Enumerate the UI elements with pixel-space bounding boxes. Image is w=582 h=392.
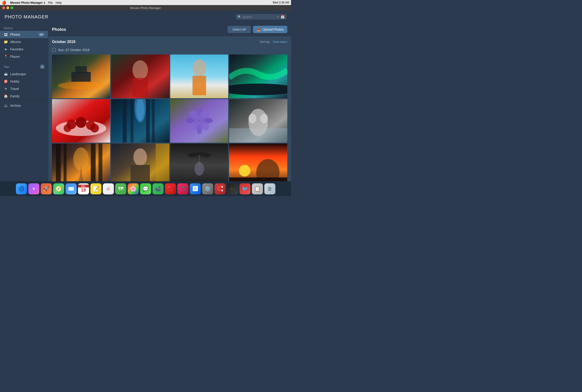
dock-terminal[interactable]: >_ bbox=[227, 183, 238, 194]
albums-label: Albums bbox=[10, 40, 21, 44]
photo-cell-12[interactable] bbox=[229, 144, 287, 181]
dock-calendar[interactable]: DEC 19 bbox=[78, 183, 89, 194]
app-container: PHOTO MANAGER 🔍 ✕ 📅 Gallery 🖼 Photos 80 … bbox=[0, 10, 291, 196]
favorites-label: Favorites bbox=[10, 48, 24, 51]
photo-cell-8[interactable] bbox=[229, 99, 287, 143]
apple-menu[interactable]: 🍎 bbox=[2, 0, 6, 5]
svg-rect-10 bbox=[192, 76, 206, 95]
svg-rect-25 bbox=[152, 99, 155, 143]
upload-photos-button[interactable]: 📤 Upload Photos bbox=[253, 26, 287, 33]
dock-finder[interactable]: 🔵 bbox=[16, 183, 27, 194]
page-title: Photos bbox=[52, 27, 225, 32]
svg-point-6 bbox=[132, 60, 148, 80]
dock-appstore[interactable]: 🅰 bbox=[190, 183, 201, 194]
dock-magnet[interactable]: 🧲 bbox=[215, 183, 226, 194]
menubar-right: Wed 2:36 AM bbox=[272, 1, 289, 4]
svg-point-1 bbox=[58, 82, 104, 90]
logo-light: MANAGER bbox=[22, 14, 48, 19]
photo-grid-row3 bbox=[52, 144, 287, 181]
photo-cell-7[interactable] bbox=[170, 99, 228, 143]
photo-cell-5[interactable] bbox=[52, 99, 110, 143]
logo-bold: PHOTO bbox=[4, 14, 22, 19]
app-menu-name[interactable]: Movavi Photo Manager 1 bbox=[10, 1, 45, 4]
svg-rect-45 bbox=[64, 144, 67, 181]
title-bar: Movavi Photo Manager bbox=[0, 5, 291, 10]
sidebar-item-hobby[interactable]: 🎯 Hobby bbox=[0, 78, 48, 85]
dock-music[interactable]: 🎵 bbox=[177, 183, 188, 194]
sidebar-item-archive[interactable]: 🗂 Archive bbox=[0, 102, 48, 109]
svg-point-41 bbox=[260, 114, 268, 123]
photo-cell-1[interactable] bbox=[52, 54, 110, 98]
dock-notes[interactable]: 📝 bbox=[90, 183, 102, 194]
photo-toolbar: Photos Select All 📤 Upload Photos bbox=[48, 23, 291, 36]
sidebar-item-family[interactable]: 🏠 Family bbox=[0, 92, 48, 100]
dock-siri[interactable]: ✦ bbox=[28, 183, 39, 194]
minimize-button[interactable] bbox=[6, 6, 9, 9]
dock-safari[interactable]: 🧭 bbox=[53, 183, 64, 194]
dock-settings[interactable]: ⚙️ bbox=[202, 183, 213, 194]
svg-point-57 bbox=[239, 165, 250, 177]
dock-calendar-month: DEC bbox=[78, 185, 89, 188]
svg-rect-46 bbox=[91, 144, 96, 181]
photo-cell-9[interactable] bbox=[52, 144, 110, 181]
window-title: Movavi Photo Manager bbox=[130, 6, 161, 10]
sort-value[interactable]: Date taken bbox=[273, 40, 287, 44]
dock-clipboard[interactable]: 📋 bbox=[252, 183, 263, 194]
sidebar-divider bbox=[0, 60, 48, 63]
help-menu[interactable]: Help bbox=[56, 1, 62, 4]
clear-search-icon[interactable]: ✕ bbox=[276, 15, 279, 19]
search-input[interactable] bbox=[243, 15, 275, 19]
svg-rect-3 bbox=[75, 66, 87, 73]
svg-rect-7 bbox=[132, 78, 148, 97]
landscape-icon: 🏔 bbox=[4, 72, 8, 76]
dock-airmail[interactable]: 🐦 bbox=[240, 183, 250, 194]
main-content: Gallery 🖼 Photos 80 📁 Albums ♥ Favorites… bbox=[0, 23, 291, 181]
file-menu[interactable]: File bbox=[48, 1, 53, 4]
tags-label: Tags bbox=[4, 65, 10, 68]
svg-point-55 bbox=[194, 162, 204, 176]
photo-scroll-area[interactable]: October 2018 Sort by: Date taken Sun, 07… bbox=[48, 36, 291, 181]
dock-mail[interactable]: ✉️ bbox=[66, 183, 76, 194]
upload-label: Upload Photos bbox=[262, 28, 284, 31]
archive-icon: 🗂 bbox=[4, 104, 8, 108]
date-checkbox[interactable] bbox=[52, 48, 56, 52]
maximize-button[interactable] bbox=[10, 6, 13, 9]
svg-rect-22 bbox=[122, 99, 126, 143]
photo-cell-4[interactable] bbox=[229, 54, 287, 98]
dock-reminders[interactable]: ⊙ bbox=[103, 183, 114, 194]
photo-cell-10[interactable] bbox=[111, 144, 169, 181]
family-label: Family bbox=[10, 94, 20, 98]
sidebar-item-travel[interactable]: ✈ Travel bbox=[0, 85, 48, 92]
sidebar-item-places[interactable]: 📍 Places bbox=[0, 53, 48, 60]
upload-icon: 📤 bbox=[257, 28, 261, 31]
menu-bar: 🍎 Movavi Photo Manager 1 File Help Wed 2… bbox=[0, 0, 291, 5]
app-header: PHOTO MANAGER 🔍 ✕ 📅 bbox=[0, 10, 291, 23]
close-button[interactable] bbox=[2, 6, 5, 9]
svg-point-18 bbox=[64, 124, 72, 132]
tags-section-header: Tags + bbox=[0, 63, 48, 70]
search-icon: 🔍 bbox=[238, 15, 241, 19]
photo-cell-2[interactable] bbox=[111, 54, 169, 98]
dock-calendar-day: 19 bbox=[81, 188, 86, 193]
albums-icon: 📁 bbox=[4, 40, 8, 44]
sidebar-item-favorites[interactable]: ♥ Favorites bbox=[0, 46, 48, 53]
favorites-icon: ♥ bbox=[4, 47, 8, 51]
photo-cell-11[interactable] bbox=[170, 144, 228, 181]
dock-messages[interactable]: 💬 bbox=[140, 183, 151, 194]
calendar-search-icon[interactable]: 📅 bbox=[281, 15, 284, 19]
sidebar-item-albums[interactable]: 📁 Albums bbox=[0, 38, 48, 46]
dock-maps[interactable]: 🗺 bbox=[115, 183, 126, 194]
dock-launchpad[interactable]: 🚀 bbox=[41, 183, 52, 194]
sidebar-item-landscape[interactable]: 🏔 Landscape bbox=[0, 70, 48, 78]
archive-section: 🗂 Archive bbox=[0, 100, 48, 109]
dock-trash[interactable]: 🗑 bbox=[264, 183, 275, 194]
photo-cell-3[interactable] bbox=[170, 54, 228, 98]
select-all-button[interactable]: Select All bbox=[228, 26, 251, 33]
dock-facetime[interactable]: 📹 bbox=[152, 183, 164, 194]
sidebar-item-photos[interactable]: 🖼 Photos 80 bbox=[0, 31, 48, 38]
add-tag-button[interactable]: + bbox=[40, 65, 44, 69]
search-bar[interactable]: 🔍 ✕ 📅 bbox=[236, 14, 286, 20]
dock-photos[interactable]: 🌸 bbox=[128, 183, 139, 194]
photo-cell-6[interactable] bbox=[111, 99, 169, 143]
dock-news[interactable]: 🚫 bbox=[165, 183, 176, 194]
